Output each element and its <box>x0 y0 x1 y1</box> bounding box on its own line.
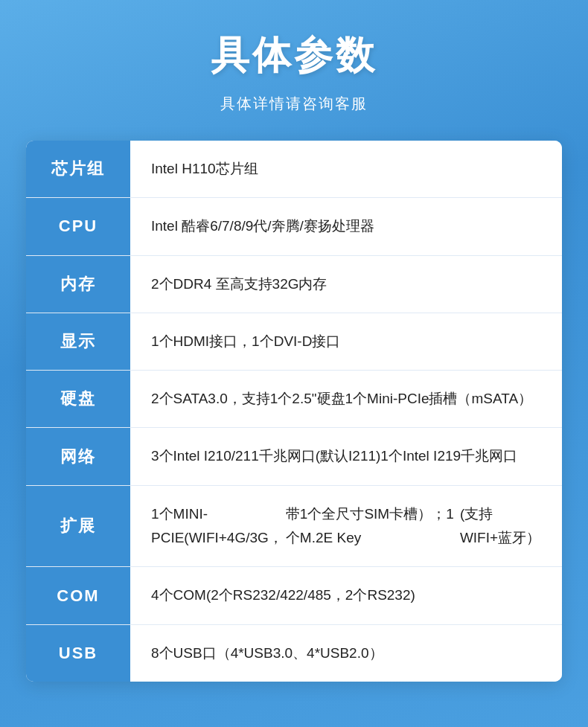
row-label-display: 显示 <box>26 313 130 370</box>
page-subtitle: 具体详情请咨询客服 <box>220 94 368 114</box>
table-row-storage: 硬盘2个SATA3.0，支持1个2.5"硬盘1个Mini-PCIe插槽（mSAT… <box>26 371 562 428</box>
row-value-cpu: Intel 酷睿6/7/8/9代/奔腾/赛扬处理器 <box>130 198 562 254</box>
row-value-storage: 2个SATA3.0，支持1个2.5"硬盘1个Mini-PCIe插槽（mSATA） <box>130 371 562 427</box>
row-value-chipset: Intel H110芯片组 <box>130 141 562 197</box>
row-value-usb: 8个USB口（4*USB3.0、4*USB2.0） <box>130 625 562 682</box>
table-row-chipset: 芯片组Intel H110芯片组 <box>26 141 562 198</box>
table-row-memory: 内存2个DDR4 至高支持32G内存 <box>26 256 562 313</box>
table-row-network: 网络3个Intel I210/211千兆网口(默认I211)1个Intel I2… <box>26 428 562 485</box>
row-label-network: 网络 <box>26 428 130 484</box>
row-label-storage: 硬盘 <box>26 371 130 427</box>
row-label-com: COM <box>26 567 130 624</box>
row-value-com: 4个COM(2个RS232/422/485，2个RS232) <box>130 567 562 624</box>
table-row-com: COM4个COM(2个RS232/422/485，2个RS232) <box>26 567 562 624</box>
row-label-usb: USB <box>26 625 130 682</box>
row-value-expansion: 1个MINI-PCIE(WIFI+4G/3G，带1个全尺寸SIM卡槽）；1个M.… <box>130 486 562 567</box>
page-title: 具体参数 <box>211 30 377 82</box>
row-value-network: 3个Intel I210/211千兆网口(默认I211)1个Intel I219… <box>130 428 562 484</box>
row-label-cpu: CPU <box>26 198 130 254</box>
specs-table: 芯片组Intel H110芯片组CPUIntel 酷睿6/7/8/9代/奔腾/赛… <box>26 141 562 682</box>
table-row-display: 显示1个HDMI接口，1个DVI-D接口 <box>26 313 562 371</box>
table-row-expansion: 扩展1个MINI-PCIE(WIFI+4G/3G，带1个全尺寸SIM卡槽）；1个… <box>26 486 562 568</box>
row-value-memory: 2个DDR4 至高支持32G内存 <box>130 256 562 313</box>
row-label-memory: 内存 <box>26 256 130 313</box>
row-label-expansion: 扩展 <box>26 486 130 567</box>
table-row-usb: USB8个USB口（4*USB3.0、4*USB2.0） <box>26 625 562 682</box>
row-label-chipset: 芯片组 <box>26 141 130 197</box>
row-value-display: 1个HDMI接口，1个DVI-D接口 <box>130 313 562 370</box>
table-row-cpu: CPUIntel 酷睿6/7/8/9代/奔腾/赛扬处理器 <box>26 198 562 255</box>
